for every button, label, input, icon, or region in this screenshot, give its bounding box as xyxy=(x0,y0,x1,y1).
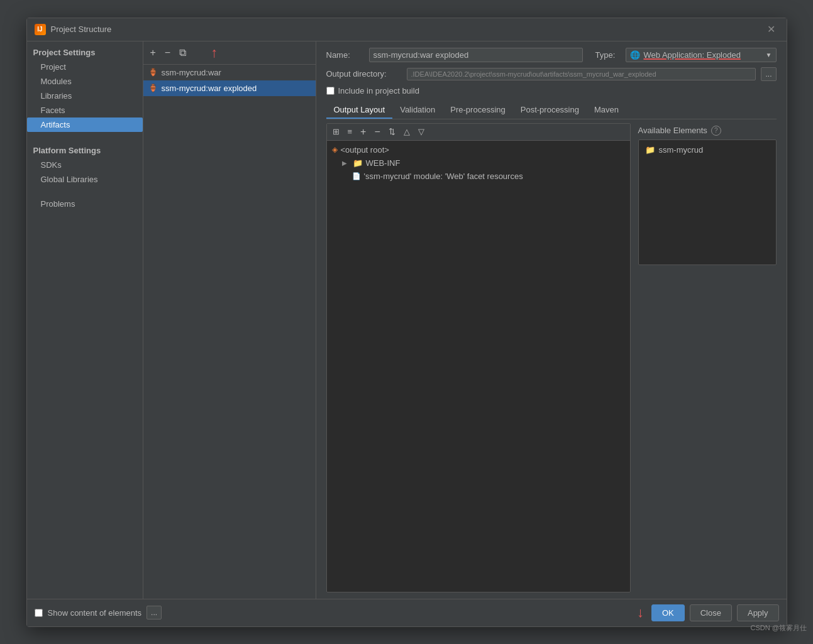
sidebar-item-sdks[interactable]: SDKs xyxy=(27,158,143,172)
output-tree-content: ◈ <output root> ▶ 📁 WEB-INF 📄 'ssm-mycru… xyxy=(327,141,630,185)
output-dir-label: Output directory: xyxy=(326,69,402,79)
apply-button[interactable]: Apply xyxy=(737,604,779,621)
available-elements-panel: Available Elements ? 📁 ssm-mycrud xyxy=(638,123,777,592)
tab-output-layout[interactable]: Output Layout xyxy=(326,102,393,119)
sidebar-item-global-libraries[interactable]: Global Libraries xyxy=(27,172,143,187)
artifact-item-war[interactable]: 🏺 ssm-mycrud:war xyxy=(143,65,316,80)
watermark: CSDN @筱雾月仕 xyxy=(751,623,807,633)
tree-tool-1[interactable]: ⊞ xyxy=(329,126,343,137)
sidebar-item-facets[interactable]: Facets xyxy=(27,103,143,117)
tree-item-output-root[interactable]: ◈ <output root> xyxy=(327,143,630,156)
add-artifact-button[interactable]: + xyxy=(147,46,159,59)
list-toolbar: + − ⧉ ↑ xyxy=(143,41,316,65)
output-root-icon: ◈ xyxy=(332,145,338,154)
sidebar-item-modules[interactable]: Modules xyxy=(27,74,143,89)
type-dropdown-value: Web Application: Exploded xyxy=(644,50,741,60)
artifact-list: 🏺 ssm-mycrud:war 🏺 ssm-mycrud:war explod… xyxy=(143,65,316,599)
sidebar-item-artifacts[interactable]: Artifacts xyxy=(27,117,143,132)
type-label: Type: xyxy=(595,50,621,60)
output-browse-button[interactable]: ... xyxy=(761,67,776,81)
available-header: Available Elements ? xyxy=(638,123,777,139)
tree-remove-button[interactable]: − xyxy=(371,126,383,138)
show-content-label: Show content of elements xyxy=(48,608,142,618)
available-item-ssm-mycrud[interactable]: 📁 ssm-mycrud xyxy=(639,143,776,157)
project-settings-title: Project Settings xyxy=(27,41,143,60)
bottom-left: Show content of elements ... xyxy=(35,606,162,619)
sidebar-item-libraries[interactable]: Libraries xyxy=(27,89,143,103)
tree-item-module-resources[interactable]: 📄 'ssm-mycrud' module: 'Web' facet resou… xyxy=(327,170,630,183)
app-icon: IJ xyxy=(35,24,46,35)
sidebar: Project Settings Project Modules Librari… xyxy=(27,41,143,599)
name-input[interactable] xyxy=(369,48,583,62)
platform-settings-title: Platform Settings xyxy=(27,139,143,158)
title-bar: IJ Project Structure ✕ xyxy=(27,18,787,41)
tab-maven[interactable]: Maven xyxy=(587,102,626,119)
tab-preprocessing[interactable]: Pre-processing xyxy=(443,102,512,119)
output-tree-toolbar: ⊞ ≡ + − ⇅ △ ▽ xyxy=(327,124,630,141)
dialog-title: Project Structure xyxy=(51,25,112,34)
artifact-item-war-label: ssm-mycrud:war xyxy=(162,68,221,77)
tree-item-webinf[interactable]: ▶ 📁 WEB-INF xyxy=(327,156,630,170)
module-resources-label: 'ssm-mycrud' module: 'Web' facet resourc… xyxy=(364,172,523,181)
red-arrow-annotation: ↑ xyxy=(211,45,218,61)
name-label: Name: xyxy=(326,50,364,60)
tree-tool-2[interactable]: ≡ xyxy=(345,126,356,137)
help-icon[interactable]: ? xyxy=(711,126,721,136)
sidebar-item-problems[interactable]: Problems xyxy=(27,197,143,211)
name-row: Name: Type: 🌐 Web Application: Exploded … xyxy=(326,48,777,62)
show-content-browse-button[interactable]: ... xyxy=(147,606,162,619)
tabs-row: Output Layout Validation Pre-processing … xyxy=(326,102,777,119)
output-layout-area: ⊞ ≡ + − ⇅ △ ▽ ◈ <output root> xyxy=(326,123,777,592)
webinf-label: WEB-INF xyxy=(366,158,401,168)
type-dropdown-icon: 🌐 xyxy=(630,50,640,60)
available-elements-title: Available Elements xyxy=(638,126,707,135)
remove-artifact-button[interactable]: − xyxy=(162,46,174,59)
include-build-checkbox[interactable] xyxy=(326,87,335,95)
available-item-label: ssm-mycrud xyxy=(659,145,704,155)
bottom-right: ↓ OK Close Apply xyxy=(637,604,779,621)
include-build-label: Include in project build xyxy=(338,86,419,96)
tree-add-button[interactable]: + xyxy=(357,126,369,138)
settings-panel: Name: Type: 🌐 Web Application: Exploded … xyxy=(316,41,787,599)
sidebar-item-project[interactable]: Project xyxy=(27,60,143,74)
available-tree: 📁 ssm-mycrud xyxy=(638,139,777,265)
close-dialog-button[interactable]: Close xyxy=(690,604,732,621)
tab-postprocessing[interactable]: Post-processing xyxy=(513,102,587,119)
show-content-checkbox[interactable] xyxy=(35,609,43,617)
output-dir-input[interactable] xyxy=(407,68,756,80)
tree-down-button[interactable]: ▽ xyxy=(415,126,428,137)
artifact-list-panel: + − ⧉ ↑ 🏺 ssm-mycrud:war 🏺 ssm-mycrud:wa… xyxy=(143,41,316,599)
artifact-item-war-exploded[interactable]: 🏺 ssm-mycrud:war exploded xyxy=(143,80,316,96)
output-root-label: <output root> xyxy=(341,145,389,155)
include-build-row: Include in project build xyxy=(326,86,777,96)
type-dropdown-arrow: ▼ xyxy=(766,52,772,58)
artifact-item-war-exploded-label: ssm-mycrud:war exploded xyxy=(162,84,257,93)
type-dropdown[interactable]: 🌐 Web Application: Exploded ▼ xyxy=(626,48,777,62)
available-folder-icon: 📁 xyxy=(645,145,655,155)
ok-red-arrow-annotation: ↓ xyxy=(637,604,644,621)
webinf-folder-icon: 📁 xyxy=(353,158,363,168)
tree-sort-button[interactable]: ⇅ xyxy=(385,126,399,137)
war-exploded-icon: 🏺 xyxy=(148,84,158,92)
tree-up-button[interactable]: △ xyxy=(401,126,413,137)
output-dir-row: Output directory: ... xyxy=(326,67,777,81)
main-layout: + − ⧉ ↑ 🏺 ssm-mycrud:war 🏺 ssm-mycrud:wa… xyxy=(143,41,787,599)
war-icon: 🏺 xyxy=(148,68,158,77)
close-button[interactable]: ✕ xyxy=(763,23,779,36)
bottom-bar: Show content of elements ... ↓ OK Close … xyxy=(27,599,787,626)
webinf-expand[interactable]: ▶ xyxy=(342,160,350,166)
ok-button[interactable]: OK xyxy=(651,604,685,621)
copy-artifact-button[interactable]: ⧉ xyxy=(176,46,189,59)
module-resources-icon: 📄 xyxy=(352,172,361,180)
tab-validation[interactable]: Validation xyxy=(392,102,443,119)
